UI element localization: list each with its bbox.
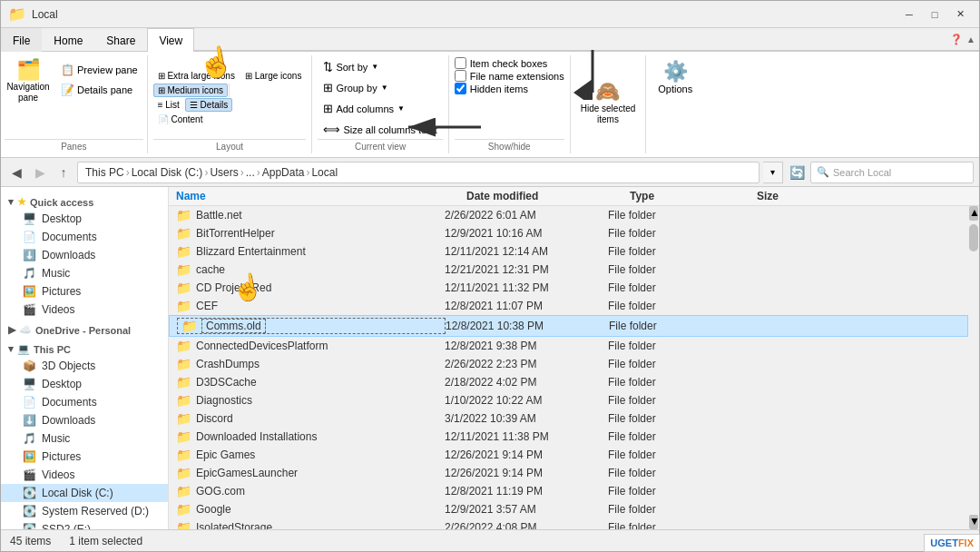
- options-label: Options: [658, 84, 692, 94]
- tab-file[interactable]: File: [1, 28, 42, 52]
- ribbon-expand-icon[interactable]: ▲: [966, 34, 975, 44]
- sidebar-item-documents-pc[interactable]: 📄 Documents: [1, 393, 168, 411]
- file-list[interactable]: 📁 Battle.net 2/26/2022 6:01 AM File fold…: [169, 206, 968, 529]
- back-button[interactable]: ◀: [6, 163, 26, 182]
- table-row[interactable]: 📁 IsolatedStorage 2/26/2022 4:08 PM File…: [169, 518, 968, 529]
- table-row[interactable]: 📁 BitTorrentHelper 12/9/2021 10:16 AM Fi…: [169, 224, 968, 242]
- quickaccess-star-icon: ★: [17, 196, 26, 208]
- scroll-up-btn[interactable]: ▲: [969, 206, 978, 221]
- maximize-button[interactable]: □: [923, 5, 946, 24]
- table-row[interactable]: 📁 ConnectedDevicesPlatform 12/8/2021 9:3…: [169, 337, 968, 355]
- sidebar-item-documents-qa[interactable]: 📄 Documents: [1, 228, 168, 246]
- forward-button[interactable]: ▶: [30, 163, 50, 182]
- table-row[interactable]: 📁 Comms.old 12/8/2021 10:38 PM File fold…: [169, 315, 968, 337]
- sidebar-item-downloads-qa[interactable]: ⬇️ Downloads: [1, 246, 168, 264]
- tab-share[interactable]: Share: [94, 28, 147, 52]
- desktop-qa-label: Desktop: [42, 212, 82, 225]
- table-row[interactable]: 📁 cache 12/21/2021 12:31 PM File folder: [169, 261, 968, 279]
- sidebar-item-local-c[interactable]: 💽 Local Disk (C:): [1, 484, 168, 502]
- sidebar-item-downloads-pc[interactable]: ⬇️ Downloads: [1, 411, 168, 429]
- downloads-pc-icon: ⬇️: [23, 414, 36, 427]
- extra-large-icons-button[interactable]: ⊞ Extra large icons: [153, 69, 240, 83]
- file-name-extensions-toggle[interactable]: File name extensions: [455, 70, 564, 82]
- up-button[interactable]: ↑: [54, 163, 74, 182]
- col-header-date[interactable]: Date modified: [466, 190, 630, 202]
- medium-icons-button[interactable]: ⊞ Medium icons: [153, 84, 228, 97]
- path-local-disk-c[interactable]: Local Disk (C:): [132, 166, 203, 179]
- item-check-boxes-toggle[interactable]: Item check boxes: [455, 57, 564, 69]
- hidden-items-checkbox[interactable]: [455, 83, 466, 94]
- sidebar-item-desktop-pc[interactable]: 🖥️ Desktop: [1, 375, 168, 393]
- path-appdata[interactable]: AppData: [262, 166, 305, 179]
- large-icons-button[interactable]: ⊞ Large icons: [240, 69, 306, 83]
- group-by-button[interactable]: ⊞ Group by ▼: [318, 78, 442, 97]
- path-ellipsis[interactable]: ...: [246, 166, 255, 179]
- scrollbar[interactable]: ▲ ▼: [968, 206, 979, 529]
- table-row[interactable]: 📁 CrashDumps 2/26/2022 2:23 PM File fold…: [169, 355, 968, 373]
- preview-pane-button[interactable]: 📋 Preview pane: [55, 61, 143, 79]
- path-users[interactable]: Users: [210, 166, 238, 179]
- sidebar-item-pictures-pc[interactable]: 🖼️ Pictures: [1, 448, 168, 466]
- address-dropdown[interactable]: ▾: [763, 162, 783, 183]
- file-name-extensions-checkbox[interactable]: [455, 70, 466, 82]
- table-row[interactable]: 📁 Discord 3/1/2022 10:39 AM File folder: [169, 409, 968, 428]
- table-row[interactable]: 📁 EpicGamesLauncher 12/26/2021 9:14 PM F…: [169, 464, 968, 482]
- sidebar-item-3d-objects[interactable]: 📦 3D Objects: [1, 357, 168, 375]
- sidebar-item-videos-pc[interactable]: 🎬 Videos: [1, 466, 168, 484]
- sidebar-item-desktop-qa[interactable]: 🖥️ Desktop: [1, 210, 168, 228]
- table-row[interactable]: 📁 D3DSCache 2/18/2022 4:02 PM File folde…: [169, 373, 968, 391]
- col-header-size[interactable]: Size: [757, 190, 829, 202]
- sidebar-item-pictures-qa[interactable]: 🖼️ Pictures: [1, 282, 168, 301]
- sidebar-item-music-pc[interactable]: 🎵 Music: [1, 429, 168, 448]
- ribbon-help-icon[interactable]: ❓: [950, 34, 963, 45]
- sidebar-section-onedrive[interactable]: ▶ ☁️ OneDrive - Personal: [1, 319, 168, 338]
- table-row[interactable]: 📁 Downloaded Installations 12/11/2021 11…: [169, 428, 968, 446]
- address-path[interactable]: This PC › Local Disk (C:) › Users › ... …: [77, 162, 760, 183]
- sort-by-button[interactable]: ⇅ Sort by ▼: [318, 57, 442, 76]
- sidebar-item-videos-qa[interactable]: 🎬 Videos: [1, 301, 168, 319]
- documents-pc-label: Documents: [42, 396, 97, 409]
- table-row[interactable]: 📁 Epic Games 12/26/2021 9:14 PM File fol…: [169, 446, 968, 464]
- file-date: 12/21/2021 12:31 PM: [445, 263, 608, 276]
- scroll-thumb[interactable]: [969, 224, 978, 251]
- add-columns-button[interactable]: ⊞ Add columns ▼: [318, 99, 442, 118]
- tab-view[interactable]: View: [147, 28, 194, 52]
- sidebar-item-music-qa[interactable]: 🎵 Music: [1, 264, 168, 282]
- path-local[interactable]: Local: [311, 166, 338, 179]
- sidebar-item-system-reserved[interactable]: 💽 System Reserved (D:): [1, 502, 168, 520]
- col-header-name[interactable]: Name: [176, 190, 466, 202]
- minimize-button[interactable]: ─: [897, 5, 921, 24]
- refresh-button[interactable]: 🔄: [787, 163, 807, 182]
- title-bar: 📁 Local ─ □ ✕: [1, 1, 979, 28]
- size-columns-button[interactable]: ⟺ Size all columns to fit: [318, 120, 442, 139]
- tab-home[interactable]: Home: [42, 28, 94, 52]
- content-button[interactable]: 📄 Content: [153, 113, 307, 126]
- item-check-boxes-checkbox[interactable]: [455, 57, 466, 69]
- file-name: CEF: [196, 300, 218, 312]
- col-header-type[interactable]: Type: [630, 190, 757, 202]
- table-row[interactable]: 📁 GOG.com 12/8/2021 11:19 PM File folder: [169, 482, 968, 500]
- options-button[interactable]: ⚙️ Options: [652, 57, 699, 147]
- sidebar-item-ssd2[interactable]: 💽 SSD2 (E:): [1, 520, 168, 529]
- hide-selected-button[interactable]: 🙈 Hide selecteditems: [576, 77, 641, 128]
- table-row[interactable]: 📁 CD Projekt Red 12/11/2021 11:32 PM Fil…: [169, 279, 968, 297]
- sidebar-section-thispc[interactable]: ▾ 💻 This PC: [1, 338, 168, 357]
- table-row[interactable]: 📁 CEF 12/8/2021 11:07 PM File folder: [169, 297, 968, 315]
- search-box[interactable]: 🔍 Search Local: [810, 162, 974, 183]
- list-button[interactable]: ≡ List: [153, 98, 184, 112]
- scroll-down-btn[interactable]: ▼: [969, 515, 978, 529]
- path-this-pc[interactable]: This PC: [85, 166, 124, 179]
- table-row[interactable]: 📁 Battle.net 2/26/2022 6:01 AM File fold…: [169, 206, 968, 224]
- hidden-items-toggle[interactable]: Hidden items: [455, 83, 564, 94]
- close-button[interactable]: ✕: [948, 5, 972, 24]
- table-row[interactable]: 📁 Diagnostics 1/10/2022 10:22 AM File fo…: [169, 391, 968, 409]
- navigation-pane-button[interactable]: 🗂️ Navigationpane: [5, 57, 52, 106]
- file-type: File folder: [608, 521, 735, 529]
- folder-icon: 📁: [176, 429, 191, 444]
- details-pane-button[interactable]: 📝 Details pane: [55, 81, 143, 99]
- sidebar-section-quickaccess[interactable]: ▾ ★ Quick access: [1, 191, 168, 210]
- table-row[interactable]: 📁 Google 12/9/2021 3:57 AM File folder: [169, 500, 968, 518]
- details-button[interactable]: ☰ Details: [185, 98, 232, 112]
- file-name: Discord: [196, 412, 233, 425]
- table-row[interactable]: 📁 Blizzard Entertainment 12/11/2021 12:1…: [169, 242, 968, 261]
